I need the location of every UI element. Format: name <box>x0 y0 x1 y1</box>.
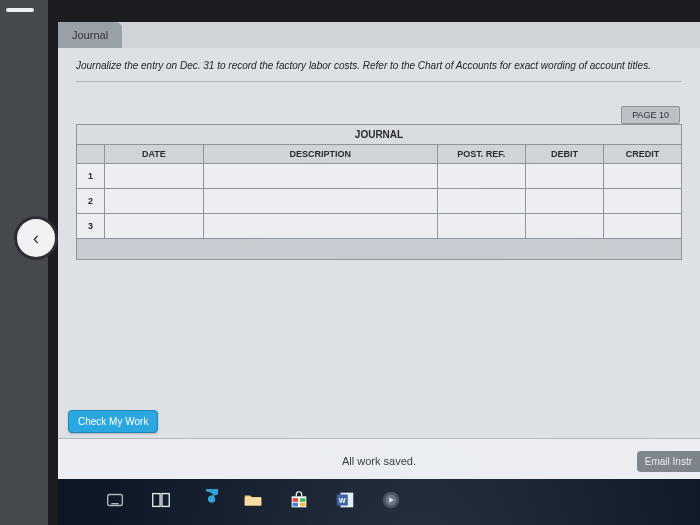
cell-debit[interactable] <box>526 214 604 239</box>
cell-date[interactable] <box>105 189 204 214</box>
journal-section: PAGE 10 JOURNAL DATE DESCRIPTION POST. R… <box>76 106 682 260</box>
table-row: 2 <box>77 189 682 214</box>
table-row: 3 <box>77 214 682 239</box>
row-number: 3 <box>77 214 105 239</box>
button-label: Email Instr <box>645 456 692 467</box>
svg-rect-9 <box>300 503 306 507</box>
svg-rect-2 <box>153 494 160 507</box>
header-credit: CREDIT <box>604 145 682 164</box>
cell-date[interactable] <box>105 164 204 189</box>
cell-post-ref[interactable] <box>437 164 525 189</box>
table-row: 1 <box>77 164 682 189</box>
page-badge: PAGE 10 <box>621 106 680 124</box>
cell-description[interactable] <box>203 214 437 239</box>
keyboard-icon[interactable] <box>104 489 126 511</box>
nav-back-button[interactable]: ‹ <box>14 216 58 260</box>
svg-text:W: W <box>339 496 346 505</box>
button-label: Check My Work <box>78 416 148 427</box>
app-left-rail <box>0 0 48 525</box>
header-date: DATE <box>105 145 204 164</box>
table-header-row: DATE DESCRIPTION POST. REF. DEBIT CREDIT <box>77 145 682 164</box>
file-explorer-icon[interactable] <box>242 489 264 511</box>
check-my-work-button[interactable]: Check My Work <box>68 410 158 433</box>
cell-description[interactable] <box>203 189 437 214</box>
email-instructor-button[interactable]: Email Instr <box>637 451 700 472</box>
journal-table: DATE DESCRIPTION POST. REF. DEBIT CREDIT… <box>76 144 682 239</box>
task-view-icon[interactable] <box>150 489 172 511</box>
header-description: DESCRIPTION <box>203 145 437 164</box>
chevron-left-icon: ‹ <box>33 228 39 249</box>
svg-rect-4 <box>245 497 262 505</box>
cell-debit[interactable] <box>526 164 604 189</box>
row-number: 1 <box>77 164 105 189</box>
svg-rect-8 <box>293 503 299 507</box>
word-icon[interactable]: W <box>334 489 356 511</box>
svg-rect-3 <box>162 494 169 507</box>
cell-credit[interactable] <box>604 214 682 239</box>
rail-accent <box>6 8 34 12</box>
panel-body: Journalize the entry on Dec. 31 to recor… <box>58 48 700 466</box>
cell-post-ref[interactable] <box>437 214 525 239</box>
header-debit: DEBIT <box>526 145 604 164</box>
tab-journal[interactable]: Journal <box>58 22 122 48</box>
header-post-ref: POST. REF. <box>437 145 525 164</box>
cell-post-ref[interactable] <box>437 189 525 214</box>
media-icon[interactable] <box>380 489 402 511</box>
windows-taskbar: W <box>58 479 700 525</box>
status-saved: All work saved. <box>58 455 700 467</box>
cell-date[interactable] <box>105 214 204 239</box>
journal-title: JOURNAL <box>76 124 682 144</box>
cell-credit[interactable] <box>604 189 682 214</box>
table-footer-band <box>76 239 682 260</box>
row-number: 2 <box>77 189 105 214</box>
content-panel: Journal Journalize the entry on Dec. 31 … <box>58 22 700 466</box>
svg-rect-6 <box>293 498 299 502</box>
tab-label: Journal <box>72 29 108 41</box>
instruction-text: Journalize the entry on Dec. 31 to recor… <box>76 48 682 82</box>
cell-description[interactable] <box>203 164 437 189</box>
cell-credit[interactable] <box>604 164 682 189</box>
svg-rect-7 <box>300 498 306 502</box>
cell-debit[interactable] <box>526 189 604 214</box>
store-icon[interactable] <box>288 489 310 511</box>
edge-icon[interactable] <box>196 489 218 511</box>
header-rownum <box>77 145 105 164</box>
